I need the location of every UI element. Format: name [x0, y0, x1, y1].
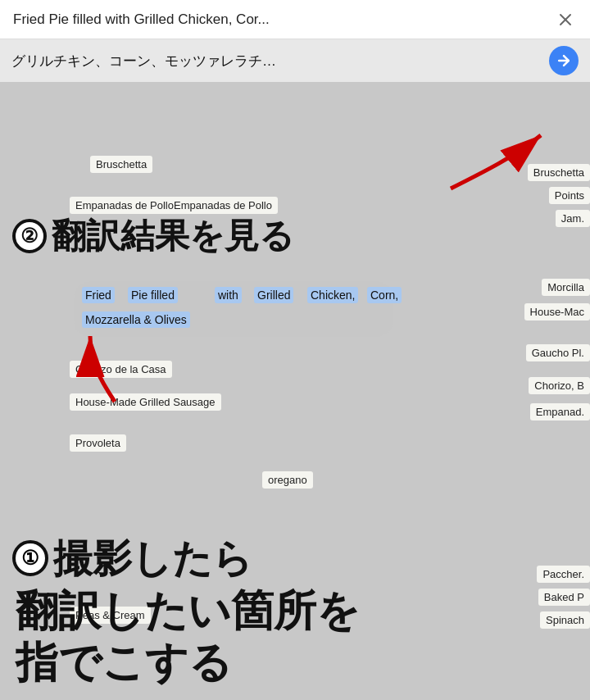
instruction-step1-line1: 撮影したら — [53, 535, 252, 583]
menu-item-morcilla: Morcilla — [542, 279, 590, 296]
instruction-step1-line3: 指でこする — [12, 637, 360, 688]
instruction-step1: ① 撮影したら 翻訳したい箇所を 指でこする — [12, 535, 360, 688]
page-title: Fried Pie filled with Grilled Chicken, C… — [13, 11, 546, 28]
menu-item-gaucho: Gaucho Pl. — [526, 344, 590, 361]
translation-result: グリルチキン、コーン、モッツァレラチ… — [11, 52, 541, 70]
hl-with: with — [215, 287, 242, 303]
instruction-step2: ② 翻訳結果を見る — [12, 213, 294, 259]
instruction-step2-text: 翻訳結果を見る — [52, 213, 294, 259]
red-arrow-1 — [66, 328, 164, 410]
menu-item-empanad: Empanad. — [530, 403, 590, 420]
menu-item-house-mac: House-Mac — [524, 303, 590, 320]
hl-mozzarella: Mozzarella & Olives — [82, 311, 190, 328]
hl-corn: Corn, — [367, 287, 402, 303]
menu-item-bruschetta: Bruschetta — [90, 156, 152, 173]
menu-item-empanadas: Empanadas de PolloEmpanadas de Pollo — [70, 197, 278, 214]
navigate-button[interactable] — [549, 46, 579, 75]
menu-item-provoleta: Provoleta — [70, 434, 126, 452]
menu-item-oregano: oregano — [262, 471, 313, 489]
translation-bar: グリルチキン、コーン、モッツァレラチ… — [0, 39, 590, 82]
hl-pie-filled: Pie filled — [128, 287, 178, 303]
title-bar: Fried Pie filled with Grilled Chicken, C… — [0, 0, 590, 39]
menu-item-paccheri: Paccher. — [537, 566, 590, 583]
close-button[interactable] — [554, 8, 577, 31]
hl-chicken: Chicken, — [307, 287, 358, 303]
hl-grilled: Grilled — [254, 287, 293, 303]
hl-fried: Fried — [82, 287, 115, 303]
menu-item-spinach: Spinach — [540, 611, 590, 629]
red-arrow-2 — [434, 123, 549, 205]
menu-item-points: Points — [549, 187, 590, 204]
menu-item-chorizo-b: Chorizo, B — [529, 377, 590, 394]
menu-item-jam: Jam. — [556, 210, 590, 227]
instruction-step1-line2: 翻訳したい箇所を — [12, 585, 360, 636]
main-content: Bruschetta Empanadas de PolloEmpanadas d… — [0, 82, 590, 700]
menu-item-baked: Baked P — [538, 589, 590, 606]
